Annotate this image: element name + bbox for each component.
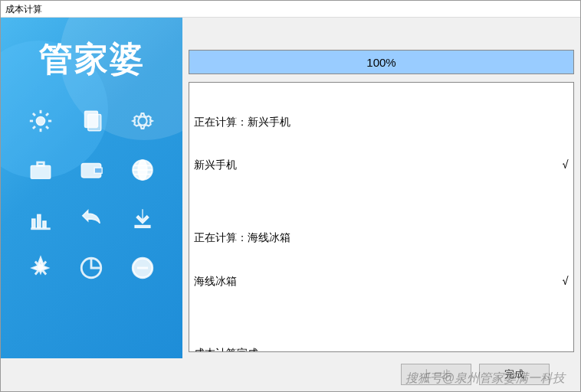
sun-icon [22, 105, 59, 137]
svg-rect-24 [135, 226, 150, 228]
progress-bar: 100% [189, 50, 574, 74]
svg-point-0 [36, 116, 44, 125]
log-line: 正在计算：新兴手机 [194, 115, 569, 129]
globe-icon [124, 154, 161, 186]
bar-chart-icon [22, 203, 59, 235]
prev-button[interactable]: 上一步 [401, 364, 471, 385]
minus-circle-icon [124, 252, 161, 284]
svg-line-6 [46, 126, 48, 129]
svg-line-8 [46, 113, 48, 116]
star-icon [22, 252, 59, 284]
svg-rect-21 [38, 214, 41, 227]
svg-line-7 [33, 126, 35, 129]
cost-calc-window: 成本计算 管家婆 100% [0, 0, 581, 392]
wallet-icon [73, 154, 110, 186]
log-line: 海线冰箱√ [194, 274, 569, 289]
window-title: 成本计算 [1, 1, 580, 18]
svg-rect-14 [95, 168, 103, 173]
main-panel: 100% 正在计算：新兴手机 新兴手机√ 正在计算：海线冰箱 海线冰箱√ 成本计… [182, 18, 580, 358]
svg-rect-20 [32, 219, 35, 227]
svg-line-5 [33, 113, 35, 116]
download-icon [124, 203, 161, 235]
log-line: 正在计算：海线冰箱 [194, 230, 569, 245]
svg-rect-22 [43, 221, 46, 228]
svg-rect-10 [88, 115, 101, 131]
footer: 上一步 完成 [1, 358, 580, 390]
svg-rect-11 [31, 165, 51, 178]
sidebar: 管家婆 [1, 18, 182, 358]
log-output: 正在计算：新兴手机 新兴手机√ 正在计算：海线冰箱 海线冰箱√ 成本计算完成。 … [189, 82, 574, 352]
pie-chart-icon [73, 252, 110, 284]
progress-label: 100% [366, 56, 396, 69]
sidebar-icon-grid [1, 105, 182, 284]
briefcase-icon [22, 154, 59, 186]
brand-logo: 管家婆 [1, 18, 182, 105]
log-done: 成本计算完成。 [194, 346, 569, 352]
finish-button[interactable]: 完成 [479, 364, 550, 385]
log-line: 新兴手机√ [194, 158, 569, 172]
gear-icon [124, 105, 161, 137]
undo-icon [73, 203, 110, 235]
svg-rect-12 [38, 162, 44, 165]
documents-icon [73, 105, 110, 137]
content-area: 管家婆 100% [1, 18, 580, 358]
progress-fill: 100% [189, 51, 573, 74]
